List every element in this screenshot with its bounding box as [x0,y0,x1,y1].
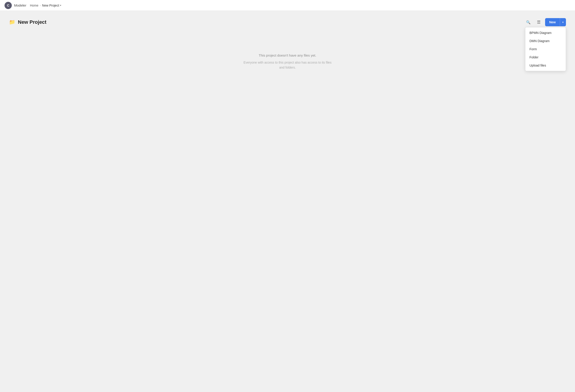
dropdown-item-folder[interactable]: Folder [525,53,566,61]
empty-state-subtitle: Everyone with access to this project als… [242,60,333,70]
new-button-group: New ▾ [545,18,566,26]
page-title: New Project [18,19,47,25]
empty-state: This project doesn't have any files yet.… [9,53,566,70]
search-button[interactable]: 🔍 [524,18,532,26]
page-title-section: 📁 New Project [9,19,47,25]
main-content: 📁 New Project 🔍 ☰ New ▾ BPMN Diagram [0,11,575,77]
app-logo: C [4,2,12,9]
dropdown-item-bpmn-diagram[interactable]: BPMN Diagram [525,29,566,37]
page-header: 📁 New Project 🔍 ☰ New ▾ BPMN Diagram [9,18,566,26]
app-name: Modeler [14,3,26,7]
filter-icon: ☰ [537,20,541,25]
new-dropdown-container: New ▾ BPMN Diagram DMN Diagram Form Fold… [545,18,566,26]
filter-button[interactable]: ☰ [535,18,543,26]
new-dropdown-menu: BPMN Diagram DMN Diagram Form Folder Upl… [525,27,566,71]
toolbar-actions: 🔍 ☰ New ▾ BPMN Diagram DMN Diagram Form … [524,18,566,26]
breadcrumb: Home › New Project ▾ [30,4,61,7]
new-dropdown-chevron-icon: ▾ [562,21,564,24]
dropdown-item-upload-files[interactable]: Upload files [525,61,566,69]
new-dropdown-toggle[interactable]: ▾ [560,18,566,26]
breadcrumb-chevron-icon: ▾ [60,4,61,7]
breadcrumb-separator: › [40,4,41,7]
search-icon: 🔍 [526,20,531,24]
new-button[interactable]: New [545,18,560,26]
breadcrumb-current: New Project ▾ [42,4,61,7]
dropdown-item-form[interactable]: Form [525,45,566,53]
navbar: C Modeler Home › New Project ▾ [0,0,575,11]
breadcrumb-home[interactable]: Home [30,4,38,7]
dropdown-item-dmn-diagram[interactable]: DMN Diagram [525,37,566,45]
folder-icon: 📁 [9,19,15,25]
empty-state-title: This project doesn't have any files yet. [259,53,316,57]
